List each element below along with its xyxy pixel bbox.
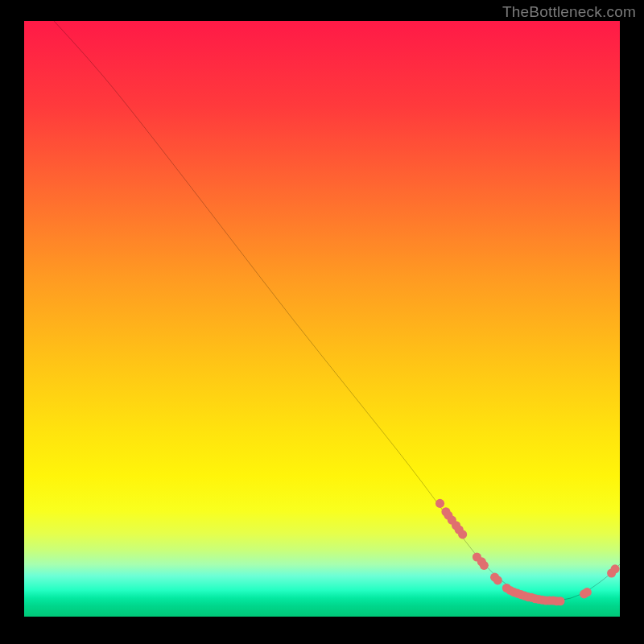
data-point <box>555 597 564 605</box>
data-point <box>493 576 502 584</box>
plot-area <box>24 21 620 617</box>
chart-svg <box>24 21 620 617</box>
data-point <box>583 588 592 597</box>
data-point <box>458 530 467 539</box>
data-point <box>436 499 444 508</box>
attribution-text: TheBottleneck.com <box>502 3 636 21</box>
data-point <box>611 564 620 573</box>
bottleneck-curve <box>54 21 620 601</box>
data-points <box>436 499 620 605</box>
chart-container: TheBottleneck.com <box>0 0 644 644</box>
data-point <box>480 561 489 570</box>
